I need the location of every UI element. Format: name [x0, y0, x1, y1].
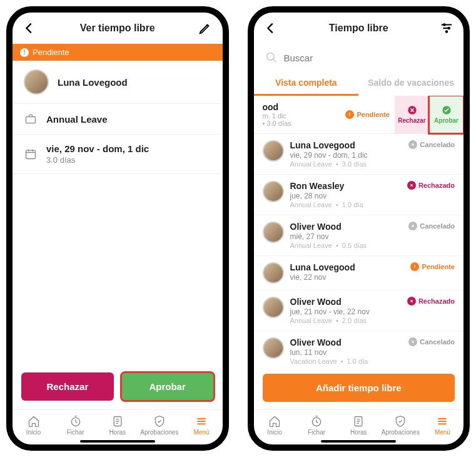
duration: 3.0 días — [46, 155, 149, 165]
avatar — [263, 297, 284, 318]
back-icon[interactable] — [264, 21, 278, 35]
add-time-off-button[interactable]: Añadir tiempo libre — [263, 374, 455, 402]
list-item-meta: Annual Leave • 2.0 días — [290, 317, 401, 324]
list-item-date: jue, 28 nov — [290, 192, 401, 200]
avatar — [263, 181, 284, 202]
page-title: Tiempo libre — [329, 23, 388, 34]
swiped-item[interactable]: ood m, 1 dic • 3.0 días ! Pendiente Rech… — [254, 96, 464, 134]
list-item-name: Luna Lovegood — [290, 140, 403, 150]
status-text: Rechazado — [418, 297, 455, 305]
tab-clock[interactable]: Fichar — [54, 413, 96, 438]
tab-clock[interactable]: Fichar — [296, 413, 338, 438]
svg-rect-1 — [26, 150, 36, 158]
list-item-meta: Annual Leave • 0.5 días — [290, 242, 403, 249]
avatar — [263, 222, 284, 243]
list-item[interactable]: Ron Weasley jue, 28 nov Annual Leave • 1… — [254, 175, 464, 215]
phone-detail-view: Ver tiempo libre ! Pendiente Luna Lovego… — [6, 6, 229, 451]
status-banner: ! Pendiente — [13, 44, 223, 61]
status-badge: Rechazado — [407, 181, 455, 190]
home-indicator — [321, 440, 396, 443]
status-text: Pendiente — [422, 263, 455, 270]
avatar — [263, 337, 284, 359]
list-item-date: lun, 11 nov — [290, 348, 403, 357]
filter-icon[interactable] — [440, 21, 453, 35]
list-item-name: Ron Weasley — [290, 181, 401, 191]
tab-home[interactable]: Inicio — [254, 413, 296, 438]
avatar — [263, 140, 284, 162]
swipe-reject-button[interactable]: Rechazar — [395, 96, 429, 133]
avatar — [24, 69, 49, 95]
svg-point-7 — [266, 53, 274, 61]
status-badge: Cancelado — [408, 337, 455, 346]
leave-type: Annual Leave — [46, 114, 108, 125]
list-item[interactable]: Oliver Wood lun, 11 nov Vacation Leave •… — [254, 331, 464, 366]
list-item-date: mié, 27 nov — [290, 232, 403, 241]
status-badge: Cancelado — [408, 140, 455, 149]
list-content[interactable]: ood m, 1 dic • 3.0 días ! Pendiente Rech… — [254, 96, 464, 366]
list-item-date: vie, 22 nov — [290, 273, 405, 282]
search-bar[interactable] — [254, 44, 464, 71]
list-item-date: vie, 29 nov - dom, 1 dic — [290, 151, 403, 160]
status-text: Pendiente — [33, 48, 69, 57]
tab-menu[interactable]: Menú — [422, 413, 463, 438]
status-icon — [407, 297, 416, 306]
tab-home[interactable]: Inicio — [13, 413, 54, 438]
tab-bar: Inicio Fichar Horas Aprobaciones Menú — [254, 409, 464, 444]
search-icon — [265, 51, 278, 64]
list-item-meta: Vacation Leave • 1.0 día — [290, 357, 403, 365]
list-item[interactable]: Luna Lovegood vie, 22 nov ! Pendiente — [254, 256, 464, 290]
status-badge: ! Pendiente — [410, 262, 455, 271]
tab-bar: Inicio Fichar Horas Aprobaciones Menú — [13, 409, 223, 444]
list-item[interactable]: Oliver Wood mié, 27 nov Annual Leave • 0… — [254, 215, 464, 256]
tab-hours[interactable]: Horas — [338, 413, 380, 438]
list-item[interactable]: Oliver Wood jue, 21 nov - vie, 22 nov An… — [254, 290, 464, 331]
svg-point-6 — [446, 31, 448, 33]
list-item-name: Oliver Wood — [290, 337, 403, 347]
date-row: vie, 29 nov - dom, 1 dic 3.0 días — [13, 135, 223, 174]
back-icon[interactable] — [23, 21, 36, 35]
header: Tiempo libre — [254, 13, 464, 44]
tab-balance[interactable]: Saldo de vacaciones — [358, 71, 463, 96]
status-badge: Cancelado — [408, 222, 455, 230]
action-buttons: Rechazar Aprobar — [13, 364, 223, 409]
svg-text:!: ! — [349, 112, 350, 117]
status-text: Cancelado — [420, 338, 455, 346]
status-text: Cancelado — [420, 222, 455, 230]
header: Ver tiempo libre — [13, 13, 223, 44]
tab-menu[interactable]: Menú — [180, 413, 222, 438]
info-icon: ! — [345, 110, 354, 119]
status-badge: ! Pendiente — [345, 110, 395, 119]
status-icon — [407, 181, 416, 190]
view-tabs: Vista completa Saldo de vacaciones — [254, 71, 464, 96]
svg-point-4 — [443, 24, 445, 26]
status-icon — [408, 140, 417, 149]
search-input[interactable] — [284, 53, 453, 63]
tab-approvals[interactable]: Aprobaciones — [380, 413, 422, 438]
phone-list-view: Tiempo libre Vista completa Saldo de vac… — [248, 6, 470, 451]
avatar — [263, 262, 284, 284]
approve-button[interactable]: Aprobar — [121, 372, 214, 401]
calendar-icon — [24, 148, 38, 160]
tab-hours[interactable]: Horas — [96, 413, 138, 438]
info-icon: ! — [20, 48, 29, 57]
status-text: Rechazado — [418, 182, 455, 189]
home-indicator — [80, 440, 155, 443]
tab-full-view[interactable]: Vista completa — [254, 71, 359, 96]
swiped-item-body: ood m, 1 dic • 3.0 días — [254, 96, 346, 133]
leave-type-row: Annual Leave — [13, 104, 223, 135]
reject-button[interactable]: Rechazar — [21, 372, 114, 401]
tab-approvals[interactable]: Aprobaciones — [138, 413, 180, 438]
status-icon: ! — [410, 262, 419, 271]
page-title: Ver tiempo libre — [80, 23, 155, 34]
svg-rect-0 — [26, 117, 36, 123]
date-range: vie, 29 nov - dom, 1 dic — [46, 143, 149, 154]
swipe-approve-button[interactable]: Aprobar — [429, 96, 463, 133]
list-item-name: Luna Lovegood — [290, 262, 405, 272]
list-item-date: jue, 21 nov - vie, 22 nov — [290, 307, 401, 316]
briefcase-icon — [24, 113, 38, 125]
edit-icon[interactable] — [198, 21, 212, 35]
list-item-meta: Annual Leave • 1.0 día — [290, 201, 401, 208]
user-name: Luna Lovegood — [58, 77, 128, 88]
svg-point-5 — [448, 28, 450, 29]
list-item[interactable]: Luna Lovegood vie, 29 nov - dom, 1 dic A… — [254, 134, 464, 175]
